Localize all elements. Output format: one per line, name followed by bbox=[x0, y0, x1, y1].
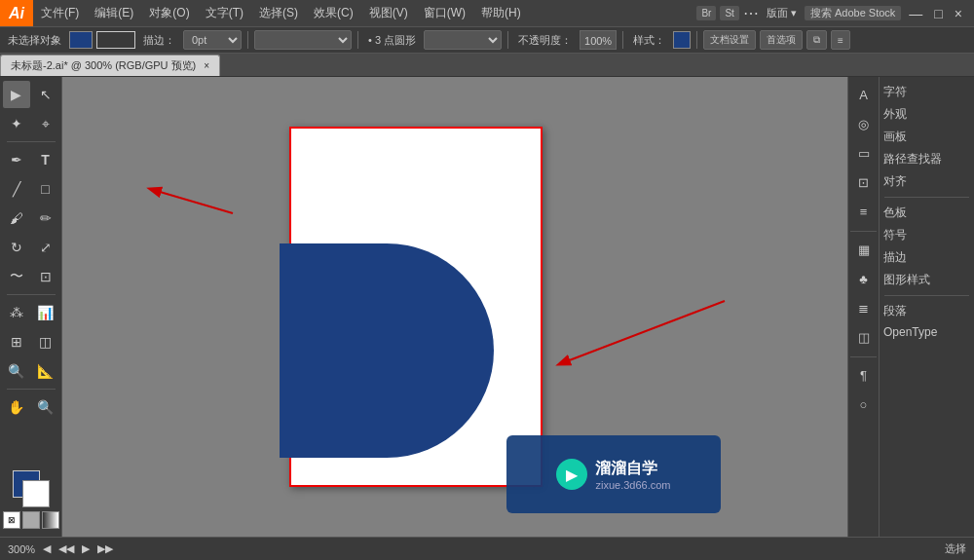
bridge-br-button[interactable]: Br bbox=[696, 6, 716, 20]
right-panel: A ◎ ▭ ⊡ ≡ ▦ ♣ ≣ ◫ ¶ ○ 字符 外观 bbox=[847, 77, 974, 537]
pencil-tool[interactable]: ✏ bbox=[32, 205, 59, 232]
magic-wand-tool[interactable]: ✦ bbox=[3, 110, 30, 137]
panel-type-icon[interactable]: A bbox=[850, 81, 878, 108]
panel-item-artboard[interactable]: 画板 bbox=[880, 126, 974, 148]
menu-help[interactable]: 帮助(H) bbox=[473, 0, 529, 26]
bridge-st-button[interactable]: St bbox=[720, 6, 738, 20]
menu-window[interactable]: 窗口(W) bbox=[416, 0, 473, 26]
menu-select[interactable]: 选择(S) bbox=[251, 0, 306, 26]
menu-effect[interactable]: 效果(C) bbox=[306, 0, 361, 26]
toolbar: 未选择对象 描边： 0pt • 3 点圆形 不透明度： 100% 样式： 文档设… bbox=[0, 26, 974, 54]
tool-row-10: 🔍 📐 bbox=[3, 357, 59, 385]
fg-bg-colors[interactable] bbox=[13, 470, 50, 507]
menu-edit[interactable]: 编辑(E) bbox=[87, 0, 141, 26]
panel-item-character[interactable]: 字符 bbox=[880, 81, 974, 103]
panel-align-icon[interactable]: ≡ bbox=[850, 198, 878, 225]
panel-paragraph-icon[interactable]: ¶ bbox=[850, 361, 878, 389]
extra-btn2[interactable]: ≡ bbox=[831, 30, 850, 50]
stroke-indicator[interactable] bbox=[96, 31, 135, 49]
close-button[interactable]: × bbox=[951, 6, 966, 21]
extra-btn1[interactable]: ⧉ bbox=[806, 30, 827, 50]
lasso-tool[interactable]: ⌖ bbox=[32, 110, 59, 137]
panel-stroke-icon[interactable]: ≣ bbox=[850, 294, 878, 321]
panel-icons-column: A ◎ ▭ ⊡ ≡ ▦ ♣ ≣ ◫ ¶ ○ bbox=[848, 77, 880, 537]
none-color-button[interactable]: ⊠ bbox=[3, 511, 20, 529]
stroke-weight-select[interactable]: 0pt bbox=[183, 30, 242, 50]
minimize-button[interactable]: — bbox=[905, 6, 926, 21]
half-circle-shape[interactable] bbox=[280, 243, 494, 458]
panel-appearance-icon[interactable]: ◎ bbox=[850, 110, 878, 137]
panel-item-pathfinder[interactable]: 路径查找器 bbox=[880, 148, 974, 170]
panel-opentype-icon[interactable]: ○ bbox=[850, 391, 878, 418]
menu-view[interactable]: 视图(V) bbox=[361, 0, 416, 26]
fill-color-swatch[interactable] bbox=[69, 31, 93, 49]
symbol-tool[interactable]: ⁂ bbox=[3, 299, 30, 326]
line-tool[interactable]: ╱ bbox=[3, 175, 30, 203]
next-artboard-button[interactable]: ▶ bbox=[82, 542, 90, 555]
rotate-tool[interactable]: ↻ bbox=[3, 234, 30, 261]
menu-file[interactable]: 文件(F) bbox=[33, 0, 87, 26]
search-stock-bar[interactable]: 搜索 Adobe Stock bbox=[805, 6, 901, 20]
workspace-icon[interactable]: ⋯ bbox=[743, 4, 759, 22]
prev-artboard-button[interactable]: ◀ bbox=[43, 542, 51, 555]
gradient-tool[interactable]: ◫ bbox=[32, 328, 59, 355]
style-swatch[interactable] bbox=[673, 31, 691, 49]
pen-tool[interactable]: ✒ bbox=[3, 146, 30, 173]
paintbrush-tool[interactable]: 🖌 bbox=[3, 205, 30, 232]
graph-tool[interactable]: 📊 bbox=[32, 299, 59, 326]
panel-item-appearance[interactable]: 外观 bbox=[880, 103, 974, 126]
zoom-tool[interactable]: 🔍 bbox=[32, 393, 59, 421]
warp-tool[interactable]: 〜 bbox=[3, 263, 30, 290]
scale-tool[interactable]: ⤢ bbox=[32, 234, 59, 261]
no-selection-label: 未选择对象 bbox=[4, 33, 65, 48]
panel-sep-1 bbox=[850, 231, 878, 232]
panel-item-paragraph[interactable]: 段落 bbox=[880, 300, 974, 322]
menu-text[interactable]: 文字(T) bbox=[198, 0, 251, 26]
panel-symbols-icon[interactable]: ♣ bbox=[850, 265, 878, 292]
gradient-button[interactable] bbox=[42, 511, 59, 529]
mesh-tool[interactable]: ⊞ bbox=[3, 328, 30, 355]
version-label: 版面 ▾ bbox=[763, 6, 801, 20]
panel-item-swatches[interactable]: 色板 bbox=[880, 202, 974, 224]
preferences-button[interactable]: 首选项 bbox=[760, 30, 803, 50]
measure-tool[interactable]: 📐 bbox=[32, 357, 59, 385]
panel-content: 字符 外观 画板 路径查找器 对齐 色板 符号 bbox=[880, 77, 974, 537]
color-button[interactable] bbox=[22, 511, 40, 529]
maximize-button[interactable]: □ bbox=[930, 6, 946, 21]
main-area: ▶ ↖ ✦ ⌖ ✒ T ╱ □ 🖌 ✏ ↻ ⤢ 〜 ⊡ ⁂ bbox=[0, 77, 974, 537]
active-tab[interactable]: 未标题-2.ai* @ 300% (RGB/GPU 预览) × bbox=[0, 55, 220, 76]
panel-item-symbols[interactable]: 符号 bbox=[880, 224, 974, 246]
brush-select[interactable] bbox=[254, 30, 352, 50]
free-transform-tool[interactable]: ⊡ bbox=[32, 263, 59, 290]
doc-setup-button[interactable]: 文档设置 bbox=[703, 30, 756, 50]
direct-select-tool[interactable]: ↖ bbox=[32, 81, 59, 108]
background-color[interactable] bbox=[22, 480, 50, 507]
canvas-area[interactable]: ▶ 溜溜自学 zixue.3d66.com bbox=[62, 77, 847, 537]
last-artboard-button[interactable]: ▶▶ bbox=[97, 542, 113, 555]
select-tool[interactable]: ▶ bbox=[3, 81, 30, 108]
panel-graphic-styles-icon[interactable]: ◫ bbox=[850, 323, 878, 351]
style-label: 样式： bbox=[629, 33, 669, 48]
hand-tool[interactable]: ✋ bbox=[3, 393, 30, 421]
panel-item-align[interactable]: 对齐 bbox=[880, 170, 974, 193]
svg-line-2 bbox=[559, 301, 725, 364]
eyedropper-tool[interactable]: 🔍 bbox=[3, 357, 30, 385]
panel-swatches-icon[interactable]: ▦ bbox=[850, 236, 878, 263]
panel-item-stroke[interactable]: 描边 bbox=[880, 246, 974, 269]
color-boxes: ⊠ bbox=[0, 463, 62, 537]
menu-object[interactable]: 对象(O) bbox=[141, 0, 197, 26]
panel-artboard-icon[interactable]: ▭ bbox=[850, 139, 878, 167]
canvas-scroll bbox=[62, 77, 847, 537]
tab-close-button[interactable]: × bbox=[204, 60, 209, 71]
type-tool[interactable]: T bbox=[32, 146, 59, 173]
sep4 bbox=[622, 31, 623, 49]
panel-item-opentype[interactable]: OpenType bbox=[880, 322, 974, 342]
point-label: • 3 点圆形 bbox=[364, 33, 420, 48]
panel-item-graphic-styles[interactable]: 图形样式 bbox=[880, 269, 974, 291]
point-select[interactable] bbox=[424, 30, 502, 50]
left-toolbar: ▶ ↖ ✦ ⌖ ✒ T ╱ □ 🖌 ✏ ↻ ⤢ 〜 ⊡ ⁂ bbox=[0, 77, 62, 537]
first-artboard-button[interactable]: ◀◀ bbox=[58, 542, 74, 555]
rect-tool[interactable]: □ bbox=[32, 175, 59, 203]
panel-sep-2 bbox=[850, 356, 878, 357]
panel-pathfinder-icon[interactable]: ⊡ bbox=[850, 168, 878, 196]
